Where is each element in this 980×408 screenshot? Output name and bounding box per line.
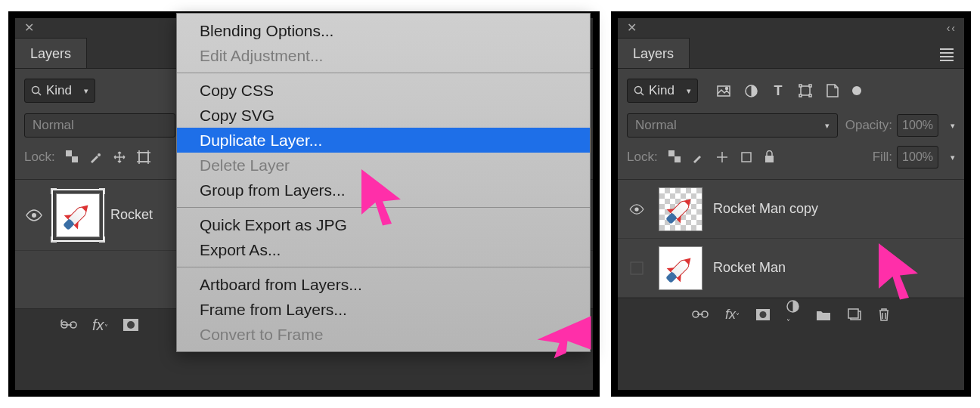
layer-thumbnail[interactable] — [659, 246, 702, 290]
filter-kind-label: Kind — [46, 83, 72, 98]
svg-rect-39 — [848, 309, 858, 318]
menu-item[interactable]: Copy CSS — [177, 78, 590, 103]
svg-line-1 — [39, 93, 42, 96]
layer-thumbnail[interactable] — [56, 193, 100, 237]
panel-controls: Kind ▾ T Normal ▾ Opacity: — [618, 68, 964, 179]
lock-label: Lock: — [627, 150, 658, 165]
filter-text-icon[interactable]: T — [771, 83, 786, 98]
lock-artboard-icon[interactable] — [137, 150, 150, 164]
tab-layers[interactable]: Layers — [618, 38, 690, 68]
lock-transparent-icon[interactable] — [668, 150, 681, 164]
menu-item[interactable]: Copy SVG — [177, 103, 590, 128]
layer-thumbnail[interactable] — [659, 187, 702, 231]
lock-brush-icon[interactable] — [88, 150, 102, 164]
svg-point-31 — [634, 207, 638, 211]
visibility-empty-icon — [629, 261, 644, 276]
blend-mode-select[interactable]: Normal — [24, 113, 175, 138]
opacity-value[interactable]: 100% — [897, 114, 938, 137]
menu-item[interactable]: Artboard from Layers... — [177, 272, 590, 297]
menu-item[interactable]: Duplicate Layer... — [177, 128, 590, 153]
layer-row[interactable]: Rocket Man copy — [618, 180, 964, 239]
visibility-toggle[interactable] — [625, 204, 648, 215]
close-icon[interactable]: ✕ — [24, 22, 34, 34]
menu-item[interactable]: Export As... — [177, 237, 590, 262]
svg-rect-26 — [809, 94, 811, 97]
lock-move-icon[interactable] — [113, 150, 126, 164]
opacity-label: Opacity: — [845, 118, 892, 133]
link-layers-icon[interactable] — [692, 310, 709, 319]
menu-item[interactable]: Blending Options... — [177, 18, 590, 43]
trash-icon[interactable] — [878, 308, 890, 321]
lock-move-icon[interactable] — [715, 150, 729, 164]
svg-rect-32 — [631, 262, 643, 274]
svg-rect-6 — [139, 153, 148, 162]
layer-mask-icon[interactable] — [756, 309, 770, 320]
adjustment-layer-icon[interactable]: ˅ — [786, 300, 799, 329]
menu-item: Edit Adjustment... — [177, 43, 590, 68]
svg-point-0 — [33, 87, 39, 94]
tab-layers[interactable]: Layers — [15, 38, 87, 68]
filter-shape-icon[interactable] — [798, 83, 813, 98]
svg-rect-29 — [742, 153, 751, 162]
menu-item[interactable]: Frame from Layers... — [177, 297, 590, 322]
blend-mode-label: Normal — [635, 118, 677, 133]
svg-point-17 — [635, 87, 642, 94]
svg-point-16 — [127, 321, 135, 329]
panel-bottom-toolbar: fx˅ ˅ — [618, 298, 964, 330]
layer-mask-icon[interactable] — [123, 319, 138, 331]
chevron-down-icon[interactable]: ▾ — [951, 153, 955, 162]
fill-value[interactable]: 100% — [897, 146, 938, 168]
search-icon — [634, 85, 644, 96]
lock-icons — [668, 150, 775, 164]
svg-rect-4 — [72, 156, 78, 162]
layer-name-label[interactable]: Rocket Man copy — [713, 201, 818, 217]
panel-menu-icon[interactable] — [940, 48, 954, 57]
filter-smartobject-icon[interactable] — [825, 83, 840, 98]
chevron-down-icon[interactable]: ▾ — [951, 121, 955, 131]
close-icon[interactable]: ✕ — [627, 22, 637, 34]
screenshot-right: ✕ ‹‹ Layers Kind ▾ T — [611, 11, 971, 397]
tab-row: Layers — [618, 38, 964, 68]
filter-adjustment-icon[interactable] — [743, 83, 758, 98]
blend-mode-label: Normal — [33, 118, 74, 133]
svg-point-37 — [760, 311, 767, 318]
fx-icon[interactable]: fx˅ — [92, 317, 108, 334]
group-icon[interactable] — [816, 309, 831, 320]
fill-control[interactable]: Fill: 100% ▾ — [873, 146, 955, 168]
opacity-control[interactable]: Opacity: 100% ▾ — [845, 114, 955, 137]
layer-name-label[interactable]: Rocket Man — [713, 260, 786, 276]
svg-rect-24 — [809, 85, 811, 87]
lock-all-icon[interactable] — [764, 150, 775, 164]
svg-rect-3 — [66, 150, 72, 156]
lock-transparent-icon[interactable] — [66, 150, 78, 164]
new-layer-icon[interactable] — [848, 308, 861, 320]
link-layers-icon[interactable] — [60, 320, 77, 330]
menu-separator — [177, 267, 590, 267]
lock-artboard-icon[interactable] — [740, 150, 753, 164]
filter-type-icons: T — [716, 83, 861, 98]
menu-item: Convert to Frame — [177, 322, 590, 347]
svg-line-18 — [641, 93, 644, 96]
svg-rect-22 — [801, 86, 810, 95]
filter-kind-select[interactable]: Kind ▾ — [627, 79, 698, 103]
fx-icon[interactable]: fx˅ — [725, 307, 740, 323]
blend-mode-select[interactable]: Normal ▾ — [627, 113, 838, 138]
svg-rect-25 — [799, 94, 802, 97]
layer-name-label[interactable]: Rocket — [110, 207, 153, 223]
visibility-toggle[interactable] — [625, 261, 648, 276]
lock-label: Lock: — [24, 150, 55, 165]
filter-kind-label: Kind — [649, 83, 675, 98]
eye-icon — [629, 204, 644, 215]
annotation-cursor-3 — [870, 240, 930, 301]
visibility-toggle[interactable] — [23, 209, 45, 221]
lock-brush-icon[interactable] — [691, 150, 705, 164]
lock-icons — [66, 150, 150, 164]
collapse-icon[interactable]: ‹‹ — [947, 22, 957, 34]
search-icon — [31, 85, 42, 96]
svg-rect-30 — [765, 156, 774, 162]
filter-pixel-icon[interactable] — [716, 83, 731, 98]
lock-row: Lock: Fill: 100% ▾ — [627, 146, 955, 168]
filter-toggle[interactable] — [852, 86, 861, 95]
svg-point-20 — [726, 87, 728, 89]
filter-kind-select[interactable]: Kind ▾ — [24, 79, 95, 103]
